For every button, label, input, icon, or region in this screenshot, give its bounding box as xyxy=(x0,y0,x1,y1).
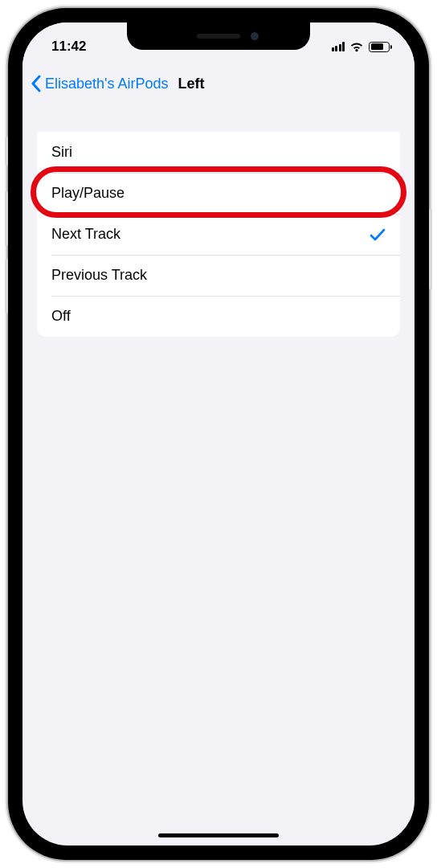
options-group: Siri Play/Pause Next Track Previous Trac… xyxy=(37,132,400,337)
checkmark-icon xyxy=(370,227,386,242)
device-silent-switch xyxy=(5,137,8,166)
back-button[interactable]: Elisabeth's AirPods xyxy=(31,75,169,92)
device-side-button xyxy=(429,209,432,289)
home-indicator[interactable] xyxy=(158,833,279,837)
option-siri[interactable]: Siri xyxy=(37,132,400,173)
option-previous-track[interactable]: Previous Track xyxy=(37,255,400,296)
back-button-label: Elisabeth's AirPods xyxy=(45,76,169,92)
wifi-icon xyxy=(349,42,364,52)
option-label: Next Track xyxy=(51,226,120,243)
option-next-track[interactable]: Next Track xyxy=(37,214,400,255)
content-area: Siri Play/Pause Next Track Previous Trac… xyxy=(22,103,415,337)
device-frame: 11:42 xyxy=(8,8,429,860)
option-label: Previous Track xyxy=(51,267,147,284)
status-icons xyxy=(312,42,392,52)
option-off[interactable]: Off xyxy=(37,296,400,337)
device-notch xyxy=(127,23,310,50)
device-volume-down xyxy=(5,259,8,313)
device-volume-up xyxy=(5,191,8,246)
option-label: Siri xyxy=(51,144,72,161)
device-speaker xyxy=(197,34,240,39)
option-label: Play/Pause xyxy=(51,185,125,202)
cellular-signal-icon xyxy=(332,42,345,51)
battery-icon xyxy=(369,42,392,52)
option-play-pause[interactable]: Play/Pause xyxy=(37,173,400,214)
status-time: 11:42 xyxy=(51,39,132,55)
navigation-bar: Elisabeth's AirPods Left xyxy=(22,64,415,103)
screen: 11:42 xyxy=(22,23,415,845)
page-title: Left xyxy=(178,76,205,92)
chevron-left-icon xyxy=(31,75,42,92)
option-label: Off xyxy=(51,308,71,325)
